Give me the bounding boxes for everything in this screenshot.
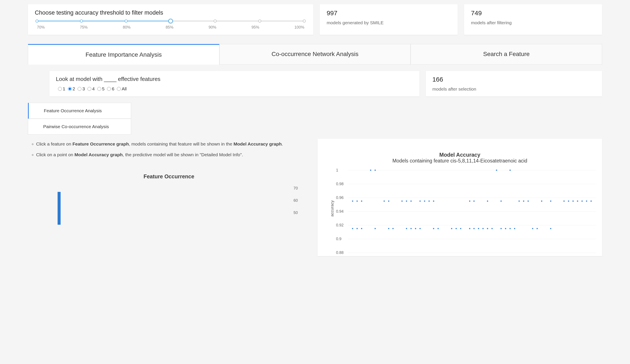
- scatter-point[interactable]: [456, 228, 456, 229]
- scatter-point[interactable]: [361, 201, 362, 202]
- scatter-point[interactable]: [474, 228, 475, 229]
- scatter-point[interactable]: [420, 201, 421, 202]
- effective-option-5[interactable]: 5: [97, 86, 105, 91]
- threshold-slider[interactable]: 70%75%80%85%90%95%100%: [35, 20, 306, 30]
- scatter-point[interactable]: [536, 228, 538, 229]
- selection-count: 166: [432, 76, 596, 83]
- effective-option-1[interactable]: 1: [58, 86, 65, 91]
- scatter-point[interactable]: [514, 228, 515, 229]
- effective-option-all[interactable]: All: [117, 86, 126, 91]
- model-accuracy-title: Model Accuracy: [322, 152, 598, 158]
- sub-tab-pairwise-co-occurrence-analysis[interactable]: Pairwise Co-occurrence Analysis: [28, 119, 131, 135]
- scatter-point[interactable]: [451, 228, 452, 229]
- bar-feature-0[interactable]: [58, 192, 60, 225]
- analysis-sub-tabs: Feature Occurrence AnalysisPairwise Co-o…: [28, 103, 131, 135]
- selection-desc: models after selection: [432, 86, 596, 92]
- scatter-point[interactable]: [492, 228, 493, 229]
- tab-feature-importance-analysis[interactable]: Feature Importance Analysis: [28, 44, 220, 65]
- effective-features-card: Look at model with ____ effective featur…: [50, 71, 420, 96]
- slider-tick-label: 100%: [294, 25, 304, 30]
- help-line-2: Click on a point on Model Accuracy graph…: [36, 151, 307, 159]
- scatter-point[interactable]: [474, 201, 475, 202]
- scatter-point[interactable]: [424, 201, 425, 202]
- tab-search-a-feature[interactable]: Search a Feature: [410, 44, 602, 65]
- scatter-point[interactable]: [374, 170, 376, 171]
- scatter-y-label: accuracy: [330, 200, 334, 216]
- scatter-point[interactable]: [388, 228, 389, 229]
- scatter-point[interactable]: [568, 201, 569, 202]
- effective-features-options: 123456All: [56, 86, 413, 91]
- scatter-point[interactable]: [388, 201, 389, 202]
- scatter-point[interactable]: [433, 228, 434, 229]
- tab-co-occurrence-network-analysis[interactable]: Co-occurrence Network Analysis: [220, 44, 411, 65]
- stat-generated-card: 997 models generated by SMILE: [320, 4, 458, 35]
- scatter-point[interactable]: [410, 228, 412, 229]
- scatter-point[interactable]: [487, 201, 488, 202]
- scatter-point[interactable]: [487, 228, 488, 229]
- scatter-point[interactable]: [429, 201, 430, 202]
- scatter-point[interactable]: [505, 228, 506, 229]
- scatter-point[interactable]: [356, 228, 358, 229]
- scatter-point[interactable]: [420, 228, 421, 229]
- stat-filtered-card: 749 models after filtering: [464, 4, 602, 35]
- scatter-point[interactable]: [564, 201, 565, 202]
- scatter-point[interactable]: [361, 228, 362, 229]
- stat-filtered-count: 749: [471, 9, 595, 17]
- scatter-point[interactable]: [496, 170, 497, 171]
- slider-tick-label: 95%: [252, 25, 259, 30]
- scatter-point[interactable]: [415, 228, 416, 229]
- scatter-point[interactable]: [406, 228, 407, 229]
- scatter-point[interactable]: [582, 201, 583, 202]
- slider-tick-label: 75%: [80, 25, 88, 30]
- scatter-point[interactable]: [356, 201, 358, 202]
- effective-option-6[interactable]: 6: [107, 86, 114, 91]
- model-accuracy-subtitle: Models containing feature cis-5,8,11,14-…: [322, 158, 598, 164]
- scatter-point[interactable]: [510, 170, 511, 171]
- scatter-point[interactable]: [370, 170, 371, 171]
- scatter-point[interactable]: [433, 201, 434, 202]
- scatter-point[interactable]: [406, 201, 407, 202]
- effective-option-2[interactable]: 2: [68, 86, 75, 91]
- effective-features-title: Look at model with ____ effective featur…: [56, 76, 413, 82]
- slider-tick-label: 90%: [209, 25, 216, 30]
- scatter-point[interactable]: [518, 201, 520, 202]
- scatter-point[interactable]: [528, 201, 528, 202]
- scatter-point[interactable]: [591, 201, 592, 202]
- selection-count-card: 166 models after selection: [426, 71, 602, 96]
- sub-tab-feature-occurrence-analysis[interactable]: Feature Occurrence Analysis: [28, 103, 131, 119]
- scatter-point[interactable]: [532, 228, 533, 229]
- scatter-point[interactable]: [573, 201, 574, 202]
- scatter-point[interactable]: [469, 228, 470, 229]
- slider-tick-label: 85%: [166, 25, 174, 30]
- scatter-point[interactable]: [541, 201, 542, 202]
- scatter-point[interactable]: [374, 228, 376, 229]
- stat-filtered-desc: models after filtering: [471, 20, 595, 25]
- scatter-point[interactable]: [384, 201, 384, 202]
- model-accuracy-chart[interactable]: accuracy 10.980.960.940.920.90.88: [335, 168, 598, 254]
- scatter-point[interactable]: [501, 228, 502, 229]
- scatter-point[interactable]: [550, 228, 551, 229]
- stat-generated-desc: models generated by SMILE: [326, 20, 451, 25]
- scatter-point[interactable]: [352, 201, 353, 202]
- scatter-point[interactable]: [501, 201, 502, 202]
- scatter-point[interactable]: [392, 228, 394, 229]
- scatter-point[interactable]: [510, 228, 511, 229]
- effective-option-3[interactable]: 3: [78, 86, 85, 91]
- help-text: Click a feature on Feature Occurrence gr…: [31, 140, 307, 158]
- scatter-point[interactable]: [402, 201, 403, 202]
- threshold-slider-card: Choose testing accuracy threshold to fil…: [28, 4, 313, 35]
- scatter-point[interactable]: [586, 201, 587, 202]
- scatter-point[interactable]: [482, 228, 484, 229]
- scatter-point[interactable]: [478, 228, 479, 229]
- scatter-point[interactable]: [410, 201, 412, 202]
- scatter-point[interactable]: [550, 201, 551, 202]
- scatter-point[interactable]: [352, 228, 353, 229]
- feature-occurrence-chart[interactable]: 706050: [54, 188, 307, 225]
- scatter-point[interactable]: [523, 201, 524, 202]
- scatter-point[interactable]: [438, 228, 438, 229]
- scatter-point[interactable]: [460, 228, 461, 229]
- effective-option-4[interactable]: 4: [88, 86, 95, 91]
- scatter-point[interactable]: [469, 201, 470, 202]
- scatter-point[interactable]: [577, 201, 578, 202]
- threshold-slider-title: Choose testing accuracy threshold to fil…: [35, 9, 306, 16]
